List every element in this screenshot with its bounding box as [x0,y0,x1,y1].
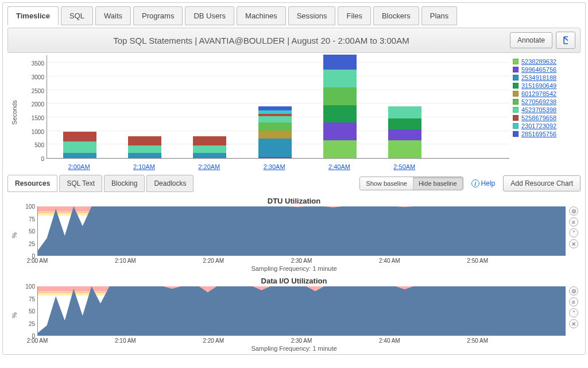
tab-db-users[interactable]: DB Users [185,6,234,25]
y-tick: 50 [29,308,35,315]
info-icon: i [471,179,479,187]
tab-sessions[interactable]: Sessions [288,6,336,25]
legend-item[interactable]: 5238289632 [513,57,575,66]
resource-chart-title: DTU Utilization [10,197,578,205]
y-tick: 50 [29,228,35,235]
bar-column[interactable] [193,136,226,158]
y-tick: 100 [25,204,35,210]
legend-item[interactable]: 2534918188 [513,74,575,82]
y-tick: 25 [29,320,35,327]
chevron-down-icon[interactable]: ˅ [569,228,578,237]
y-tick: 1000 [32,128,44,135]
x-tick-link[interactable]: 2:10AM [133,163,155,170]
chart-legend: 5238289632599646575625349181883151690649… [509,55,578,170]
x-tick-link[interactable]: 2:00AM [68,163,90,170]
legend-label: 5996465756 [521,66,556,73]
tab-machines[interactable]: Machines [237,6,286,25]
subtab-deadlocks[interactable]: Deadlocks [146,175,194,192]
x-tick: 2:30 AM [291,258,312,264]
legend-item[interactable]: 4523705398 [513,106,575,114]
y-tick: 3500 [32,60,44,67]
tab-sql[interactable]: SQL [61,6,93,25]
area-series [38,286,566,335]
show-baseline-button[interactable]: Show baseline [360,177,413,190]
bar-column[interactable] [388,106,421,158]
legend-item[interactable]: 2851695756 [513,130,575,138]
x-tick: 2:10 AM [115,258,136,264]
legend-label: 2534918188 [521,74,556,81]
hide-baseline-button[interactable]: Hide baseline [413,177,463,190]
legend-swatch [513,91,519,97]
panel-title: Top SQL Statements | AVANTIA@BOULDER | A… [13,36,510,45]
x-tick-link[interactable]: 2:20AM [198,163,220,170]
baseline-toggle: Show baseline Hide baseline [359,177,463,190]
chevron-up-icon[interactable]: ˄ [569,308,578,317]
legend-item[interactable]: 5996465756 [513,66,575,74]
legend-swatch [513,83,519,89]
subtab-sql-text[interactable]: SQL Text [59,175,102,192]
settings-sliders-icon[interactable]: ≡ [569,217,578,227]
gear-icon[interactable]: ⚙ [569,286,578,296]
legend-label: 5238289632 [521,58,556,65]
resource-chart: Data I/O Utilization%02550751002:00 AM2:… [10,277,578,352]
bar-column[interactable] [323,55,357,158]
legend-item[interactable]: 6012978542 [513,90,575,98]
tab-plans[interactable]: Plans [421,6,458,25]
legend-swatch [513,107,519,113]
x-tick-link[interactable]: 2:50AM [393,163,415,170]
y-tick: 2500 [32,87,44,94]
tab-waits[interactable]: Waits [95,6,131,25]
y-tick: 25 [29,240,35,247]
sub-tab-row: ResourcesSQL TextBlockingDeadlocks Show … [7,175,581,192]
x-tick: 2:40 AM [379,338,400,344]
y-tick: 500 [34,142,44,148]
legend-label: 2301723092 [521,122,556,129]
bar-column[interactable] [128,136,161,158]
x-tick-link[interactable]: 2:30AM [264,163,285,170]
panel-header: Top SQL Statements | AVANTIA@BOULDER | A… [7,28,581,53]
help-link[interactable]: i Help [471,179,496,187]
legend-label: 5270569238 [521,98,556,105]
tab-files[interactable]: Files [338,6,370,25]
annotate-button[interactable]: Annotate [510,32,552,48]
legend-swatch [513,75,519,80]
bar-column[interactable] [258,106,292,158]
tab-timeslice[interactable]: Timeslice [7,6,59,25]
email-button[interactable] [556,32,575,49]
close-icon[interactable]: ✕ [569,239,578,248]
x-tick: 2:10 AM [115,338,136,344]
close-icon[interactable]: ✕ [569,319,578,328]
y-axis-label: % [10,286,19,344]
legend-item[interactable]: 5258679658 [513,114,575,122]
subtab-resources[interactable]: Resources [7,175,57,192]
tab-blockers[interactable]: Blockers [373,6,419,25]
x-tick: 2:50 AM [467,258,488,264]
legend-item[interactable]: 2301723092 [513,122,575,130]
resource-chart: DTU Utilization%02550751002:00 AM2:10 AM… [10,197,578,272]
add-resource-chart-button[interactable]: Add Resource Chart [503,175,581,191]
sampling-label: Sampling Frequency: 1 minute [10,265,578,272]
legend-label: 4523705398 [521,106,556,113]
legend-label: 6012978542 [521,90,556,97]
legend-item[interactable]: 5270569238 [513,98,575,106]
tab-programs[interactable]: Programs [133,6,183,25]
legend-swatch [513,123,519,129]
x-tick: 2:50 AM [467,338,488,344]
x-tick: 2:20 AM [203,338,224,344]
y-axis-label: % [10,206,19,264]
x-tick-link[interactable]: 2:40AM [328,163,350,170]
gear-icon[interactable]: ⚙ [569,206,578,216]
sampling-label: Sampling Frequency: 1 minute [10,345,578,352]
legend-swatch [513,131,519,137]
legend-item[interactable]: 3151690649 [513,82,575,90]
legend-swatch [513,99,519,105]
subtab-blocking[interactable]: Blocking [104,175,145,192]
x-tick: 2:20 AM [203,258,224,264]
help-label: Help [481,179,496,187]
settings-sliders-icon[interactable]: ≡ [569,297,578,306]
legend-label: 3151690649 [521,82,556,89]
bar-column[interactable] [63,132,96,158]
main-tabs: TimesliceSQLWaitsProgramsDB UsersMachine… [4,4,584,25]
legend-swatch [513,59,519,64]
resource-chart-title: Data I/O Utilization [10,277,578,285]
